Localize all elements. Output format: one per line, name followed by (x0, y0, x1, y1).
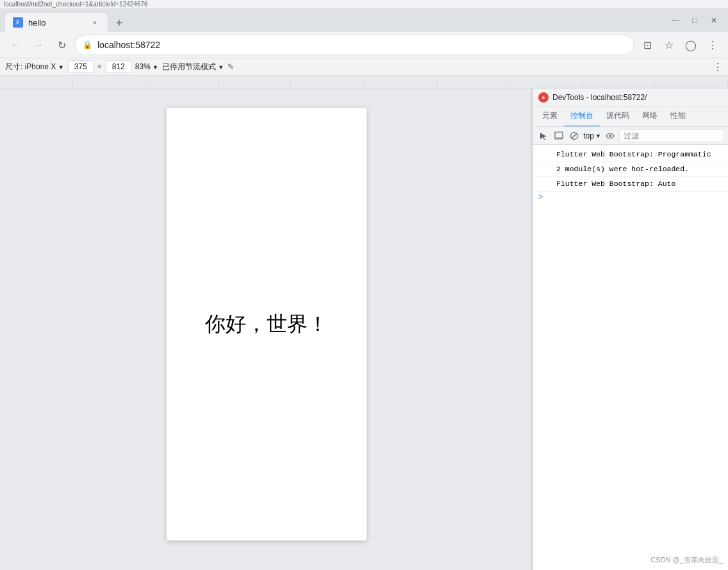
title-bar: F hello × + — □ ✕ (0, 9, 728, 32)
devtools-cursor-btn[interactable] (537, 128, 550, 144)
segment-5 (364, 76, 437, 88)
devtools-tab-console[interactable]: 控制台 (564, 106, 600, 127)
svg-marker-0 (540, 133, 547, 140)
devtools-favicon: ● (538, 92, 549, 103)
phone-preview-area: 你好，世界！ (0, 88, 533, 570)
responsive-height-input[interactable] (106, 60, 131, 73)
forward-button[interactable]: → (28, 35, 49, 55)
phone-frame: 你好，世界！ (167, 108, 367, 541)
top-url-text: localhost/md2net_checkout=1&articleId=12… (4, 1, 148, 8)
segment-9 (655, 76, 728, 88)
minimize-button[interactable]: — (666, 12, 684, 29)
segment-3 (219, 76, 292, 88)
responsive-zoom: 83% ▼ (135, 62, 158, 71)
cursor-chevron: > (538, 193, 543, 202)
console-log-log3: Flutter Web Bootstrap: Auto (533, 177, 728, 192)
devtools-title-bar: ● DevTools - localhost:58722/ (533, 88, 728, 106)
responsive-mode: 已停用节流模式 ▼ (162, 62, 224, 72)
segment-8 (583, 76, 656, 88)
devtools-tabs: 元素控制台源代码网络性能 (533, 106, 728, 127)
console-log-area: Flutter Web Bootstrap: Programmatic2 mod… (533, 145, 728, 570)
refresh-button[interactable]: ↻ (51, 35, 72, 55)
segment-0 (0, 76, 73, 88)
svg-line-4 (572, 133, 577, 138)
devtools-inspect-btn[interactable] (552, 128, 565, 144)
tabs-area: F hello × + (5, 9, 661, 32)
tab-title: hello (28, 18, 85, 28)
devtools-eye-btn[interactable] (604, 128, 616, 144)
cursor-input[interactable] (545, 193, 723, 202)
hello-world-text: 你好，世界！ (205, 310, 328, 339)
segment-4 (291, 76, 364, 88)
devtools-tab-sources[interactable]: 源代码 (600, 106, 636, 127)
filter-input[interactable] (619, 130, 724, 142)
devtools-tab-network[interactable]: 网络 (636, 106, 664, 127)
responsive-bar: 尺寸: iPhone X ▼ × 83% ▼ 已停用节流模式 ▼ ✎ ⋮ (0, 58, 728, 76)
lock-icon: 🔒 (83, 40, 92, 49)
segment-1 (73, 76, 146, 88)
devtools-panel: ● DevTools - localhost:58722/ 元素控制台源代码网络… (533, 88, 728, 570)
window-controls: — □ ✕ (666, 12, 723, 29)
top-selector[interactable]: top ▼ (583, 131, 601, 140)
devtools-controls-bar: top ▼ (533, 127, 728, 145)
maximize-button[interactable]: □ (686, 12, 704, 29)
tab-close-button[interactable]: × (90, 17, 100, 28)
close-button[interactable]: ✕ (705, 12, 723, 29)
main-area: 你好，世界！ ● DevTools - localhost:58722/ 元素控… (0, 88, 728, 570)
new-tab-button[interactable]: + (110, 14, 128, 32)
toolbar: ← → ↻ 🔒 localhost:58722 ⊡ ☆ ◯ ⋮ (0, 32, 728, 58)
address-text: localhost:58722 (97, 40, 626, 50)
responsive-width-input[interactable] (68, 60, 94, 73)
top-url-hint: localhost/md2net_checkout=1&articleId=12… (0, 0, 728, 9)
toolbar-actions: ⊡ ☆ ◯ ⋮ (637, 35, 723, 55)
svg-rect-2 (555, 137, 563, 140)
console-log-log2: 2 module(s) were hot-reloaded. (533, 162, 728, 177)
console-log-log1: Flutter Web Bootstrap: Programmatic (533, 147, 728, 162)
segment-bar (0, 76, 728, 88)
devtools-title-text: DevTools - localhost:58722/ (552, 93, 723, 102)
responsive-more-icon[interactable]: ⋮ (713, 61, 723, 73)
responsive-device-label: 尺寸: iPhone X ▼ (5, 62, 64, 72)
cast-icon[interactable]: ⊡ (637, 35, 658, 55)
segment-2 (145, 76, 219, 88)
responsive-cross: × (97, 62, 102, 71)
segment-6 (437, 76, 510, 88)
devtools-no-btn[interactable] (568, 128, 581, 144)
watermark: CSDN @_雪茶肉丝面_ (650, 555, 723, 565)
address-bar[interactable]: 🔒 localhost:58722 (74, 35, 634, 55)
segment-7 (509, 76, 583, 88)
active-tab[interactable]: F hello × (5, 13, 108, 32)
svg-point-6 (609, 135, 611, 137)
menu-icon[interactable]: ⋮ (702, 35, 723, 55)
back-button[interactable]: ← (5, 35, 26, 55)
bookmark-icon[interactable]: ☆ (659, 35, 679, 55)
devtools-tab-elements[interactable]: 元素 (536, 106, 564, 127)
responsive-edit-icon[interactable]: ✎ (228, 62, 234, 71)
devtools-tab-performance[interactable]: 性能 (664, 106, 692, 127)
profile-icon[interactable]: ◯ (681, 35, 701, 55)
console-cursor-line[interactable]: > (533, 192, 728, 203)
tab-favicon: F (13, 17, 23, 28)
